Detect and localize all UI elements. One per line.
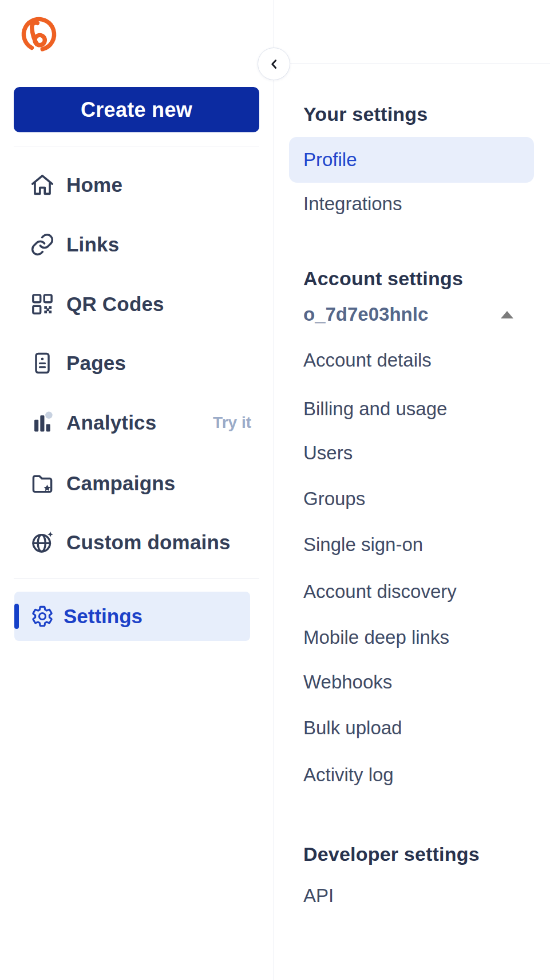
menu-item-integrations[interactable]: Integrations <box>289 181 534 227</box>
sidebar-item-campaigns[interactable]: Campaigns <box>14 463 259 503</box>
create-new-button[interactable]: Create new <box>14 87 259 132</box>
bitly-logo[interactable] <box>19 15 58 54</box>
menu-item-api[interactable]: API <box>289 873 534 919</box>
sidebar-item-label: Settings <box>64 605 143 628</box>
settings-menu-panel: Your settings Profile Integrations Accou… <box>274 64 550 980</box>
menu-item-mobile-deep-links[interactable]: Mobile deep links <box>289 615 534 660</box>
menu-item-profile[interactable]: Profile <box>289 137 534 183</box>
sidebar-divider-bottom <box>14 578 259 578</box>
sidebar-item-analytics[interactable]: Analytics Try it <box>14 403 259 443</box>
active-indicator-bar <box>14 604 19 629</box>
link-icon <box>29 231 56 258</box>
menu-item-account-discovery[interactable]: Account discovery <box>289 569 534 615</box>
menu-item-activity-log[interactable]: Activity log <box>289 752 534 798</box>
qr-code-icon <box>29 291 56 317</box>
menu-item-bulk-upload[interactable]: Bulk upload <box>289 705 534 751</box>
sidebar-item-home[interactable]: Home <box>14 165 259 205</box>
sidebar-item-pages[interactable]: Pages <box>14 343 259 383</box>
sidebar-item-label: Home <box>66 174 122 196</box>
globe-icon <box>29 529 56 556</box>
section-heading-your-settings: Your settings <box>303 98 544 130</box>
section-heading-developer-settings: Developer settings <box>303 838 544 870</box>
home-icon <box>29 172 56 198</box>
org-id-value: o_7d7e03hnlc <box>303 304 428 325</box>
org-selector[interactable]: o_7d7e03hnlc <box>289 292 534 337</box>
menu-item-users[interactable]: Users <box>289 430 534 476</box>
folder-star-icon <box>29 470 56 497</box>
sidebar-item-qr-codes[interactable]: QR Codes <box>14 284 259 324</box>
sidebar-item-label: Analytics <box>66 411 156 434</box>
collapse-sidebar-button[interactable] <box>258 48 290 80</box>
caret-up-icon <box>501 311 513 318</box>
try-it-badge: Try it <box>213 414 251 432</box>
menu-item-billing-and-usage[interactable]: Billing and usage <box>289 386 534 432</box>
sidebar-item-settings[interactable]: Settings <box>14 592 250 641</box>
sidebar-item-custom-domains[interactable]: Custom domains <box>14 522 259 562</box>
sidebar-item-label: QR Codes <box>66 293 164 316</box>
menu-item-webhooks[interactable]: Webhooks <box>289 659 534 705</box>
sidebar-item-label: Pages <box>66 352 126 375</box>
gear-icon <box>30 604 54 628</box>
sidebar: Create new Home Links <box>0 0 274 980</box>
menu-item-account-details[interactable]: Account details <box>289 337 534 383</box>
bitly-settings-page: Create new Home Links <box>0 0 550 980</box>
bitly-b-icon <box>19 15 58 54</box>
pages-icon <box>29 350 56 376</box>
menu-item-single-sign-on[interactable]: Single sign-on <box>289 522 534 568</box>
chevron-left-icon <box>267 57 282 72</box>
sidebar-item-label: Custom domains <box>66 531 231 554</box>
section-heading-account-settings: Account settings <box>303 262 544 294</box>
bar-chart-icon <box>29 410 56 436</box>
sidebar-item-links[interactable]: Links <box>14 225 259 265</box>
sidebar-item-label: Links <box>66 233 119 256</box>
sidebar-item-label: Campaigns <box>66 472 175 495</box>
sidebar-divider-top <box>14 147 259 147</box>
menu-item-groups[interactable]: Groups <box>289 476 534 522</box>
